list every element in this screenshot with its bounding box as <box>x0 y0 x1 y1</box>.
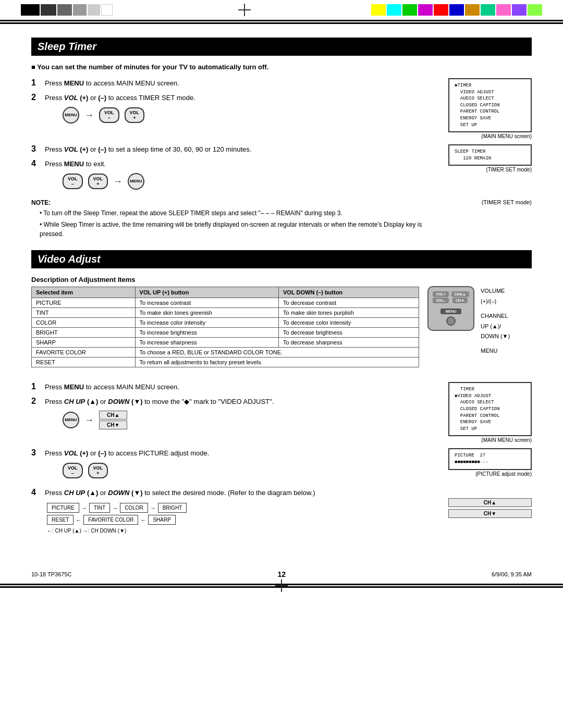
vol-plus-button[interactable]: VOL+ <box>125 107 145 123</box>
item-color: COLOR <box>32 318 136 328</box>
step-4: 4 Press MENU to exit. <box>31 159 438 169</box>
blue-swatch <box>449 4 464 16</box>
vstep-2: 2 Press CH UP (▲) or DOWN (▼) to move th… <box>31 397 438 407</box>
main-menu-label: (MAIN MENU screen) <box>448 133 532 139</box>
flow-bright: BRIGHT <box>158 503 187 513</box>
vol-up-btn[interactable]: VOL+ <box>433 291 448 297</box>
vol-plus-v[interactable]: VOL+ <box>88 463 108 478</box>
diagram-3-4: VOL– VOL+ → MENU <box>63 173 438 190</box>
orange-swatch <box>465 4 480 16</box>
red-swatch <box>434 4 448 16</box>
vstep-3: 3 Press VOL (+) or (–) to access PICTURE… <box>31 448 438 483</box>
cyan-swatch <box>387 4 401 16</box>
menu-label: MENU <box>481 346 510 356</box>
bottom-rule <box>0 584 563 588</box>
ch-up-btn-4[interactable]: CH▲ <box>448 498 532 507</box>
ch-up-btn[interactable]: CH▲ <box>99 411 127 419</box>
table-row: RESET To return all adjustments to facto… <box>32 357 419 367</box>
vdiagram-1-2: MENU → CH▲ CH▼ <box>63 411 438 429</box>
vstep-1: 1 Press MENU to access MAIN MENU screen. <box>31 382 438 392</box>
crosshair-top <box>238 4 251 16</box>
footer-page-num: 12 <box>277 570 286 578</box>
color-vol-down: To decrease color intensity <box>279 318 419 328</box>
color-bar <box>0 0 563 20</box>
vsteps-1-2: 1 Press MENU to access MAIN MENU screen.… <box>31 382 438 434</box>
flow-legend: ←: CH UP (▲) →: CH DOWN (▼) <box>47 528 438 534</box>
menu-button-v[interactable]: MENU <box>63 412 79 428</box>
page-content: Sleep Timer You can set the number of mi… <box>0 32 563 554</box>
main-menu-screen-2: TIMER ◆VIDEO ADJUST AUDIO SELECT CLOSED … <box>448 382 532 443</box>
ch-up-btn-remote[interactable]: CHA▲ <box>451 291 469 297</box>
vol-minus-button[interactable]: VOL– <box>99 107 119 123</box>
item-fav-color: FAVORITE COLOR <box>32 348 136 357</box>
table-row: BRIGHT To increase brightness To decreas… <box>32 328 419 338</box>
table-row: COLOR To increase color intensity To dec… <box>32 318 419 328</box>
picture-vol-up: To increase contrast <box>135 298 278 308</box>
channel-label: CHANNELUP (▲)/DOWN (▼) <box>481 311 510 342</box>
white-swatch <box>101 4 113 16</box>
picture-display: PICTURE 27 ■■■■■■■■■··· <box>448 448 532 470</box>
table-row: FAVORITE COLOR To choose a RED, BLUE or … <box>32 348 419 357</box>
menu-button[interactable]: MENU <box>63 107 79 124</box>
reset-desc: To return all adjustments to factory pre… <box>135 357 419 367</box>
main-menu-label-2: (MAIN MENU screen) <box>448 437 532 443</box>
item-reset: RESET <box>32 357 136 367</box>
item-tint: TINT <box>32 308 136 318</box>
fav-color-desc: To choose a RED, BLUE or STANDARD COLOR … <box>135 348 419 357</box>
vstep-3-row: 3 Press VOL (+) or (–) to access PICTURE… <box>31 448 532 483</box>
tint-vol-up: To make skin tones greenish <box>135 308 278 318</box>
col-vol-down: VOL DOWN (–) button <box>279 287 419 298</box>
vsteps-1-2-row: 1 Press MENU to access MAIN MENU screen.… <box>31 382 532 443</box>
table-row: TINT To make skin tones greenish To make… <box>32 308 419 318</box>
steps-3-4: 3 Press VOL (+) or (–) to set a sleep ti… <box>31 144 438 194</box>
remote-dial <box>446 316 456 326</box>
footer-left: 10-18 TP3675C <box>31 571 71 577</box>
ch-down-btn-remote[interactable]: CH▼ <box>452 298 468 303</box>
bright-vol-up: To increase brightness <box>135 328 278 338</box>
col-selected-item: Selected item <box>32 287 136 298</box>
vol-minus-button-2[interactable]: VOL– <box>63 174 83 189</box>
sleep-timer-note: You can set the number of minutes for yo… <box>31 63 532 71</box>
timer-set-screen: SLEEP TIMER 120 REMAIN (TIMER SET mode) <box>448 144 532 172</box>
vol-plus-button-2[interactable]: VOL+ <box>88 174 108 189</box>
crosshair-bottom <box>275 579 288 592</box>
menu-btn-remote[interactable]: MENU <box>440 309 462 314</box>
ch-down-btn[interactable]: CH▼ <box>99 421 127 429</box>
menu-button-2[interactable]: MENU <box>128 173 144 190</box>
flow-sharp: SHARP <box>148 515 175 525</box>
item-sharp: SHARP <box>32 338 136 348</box>
main-menu-screen-1: ◆TIMER VIDEO ADJUST AUDIO SELECT CLOSED … <box>448 78 532 139</box>
step-3: 3 Press VOL (+) or (–) to set a sleep ti… <box>31 144 438 155</box>
sharp-vol-down: To decrease sharpness <box>279 338 419 348</box>
main-menu-display: ◆TIMER VIDEO ADJUST AUDIO SELECT CLOSED … <box>448 78 532 132</box>
item-picture: PICTURE <box>32 298 136 308</box>
picture-label: (PICTURE adjust mode) <box>448 471 532 477</box>
table-row: PICTURE To increase contrast To decrease… <box>32 298 419 308</box>
main-menu-display-2: TIMER ◆VIDEO ADJUST AUDIO SELECT CLOSED … <box>448 382 532 436</box>
steps-1-2: 1 Press MENU to access MAIN MENU screen.… <box>31 78 438 128</box>
desc-title: Description of Adjustment Items <box>31 276 419 283</box>
flow-tint: TINT <box>89 503 110 513</box>
ch-down-btn-4[interactable]: CH▼ <box>448 509 532 518</box>
picture-vol-down: To decrease contrast <box>279 298 419 308</box>
lime-swatch <box>528 4 542 16</box>
vol-down-btn[interactable]: VOL– <box>433 298 448 303</box>
magenta-swatch <box>418 4 433 16</box>
teal-swatch <box>481 4 495 16</box>
timer-set-display: SLEEP TIMER 120 REMAIN <box>448 144 532 166</box>
note-1: To turn off the Sleep Timer, repeat the … <box>40 208 427 218</box>
yellow-swatch <box>371 4 386 16</box>
flow-picture: PICTURE <box>47 503 79 513</box>
item-bright: BRIGHT <box>32 328 136 338</box>
volume-label: VOLUME(+)/(–) <box>481 286 510 307</box>
note-2: While Sleep Timer is active, the time re… <box>40 220 427 239</box>
vol-minus-v[interactable]: VOL– <box>63 463 83 478</box>
steps-3-4-row: 3 Press VOL (+) or (–) to set a sleep ti… <box>31 144 532 194</box>
pink-swatch <box>496 4 511 16</box>
green-swatch <box>402 4 417 16</box>
col-vol-up: VOL UP (+) button <box>135 287 278 298</box>
step-1: 1 Press MENU to access MAIN MENU screen. <box>31 78 438 89</box>
note-section: NOTE: To turn off the Sleep Timer, repea… <box>31 199 532 241</box>
tint-vol-down: To make skin tones purplish <box>279 308 419 318</box>
steps-1-2-row: 1 Press MENU to access MAIN MENU screen.… <box>31 78 532 139</box>
